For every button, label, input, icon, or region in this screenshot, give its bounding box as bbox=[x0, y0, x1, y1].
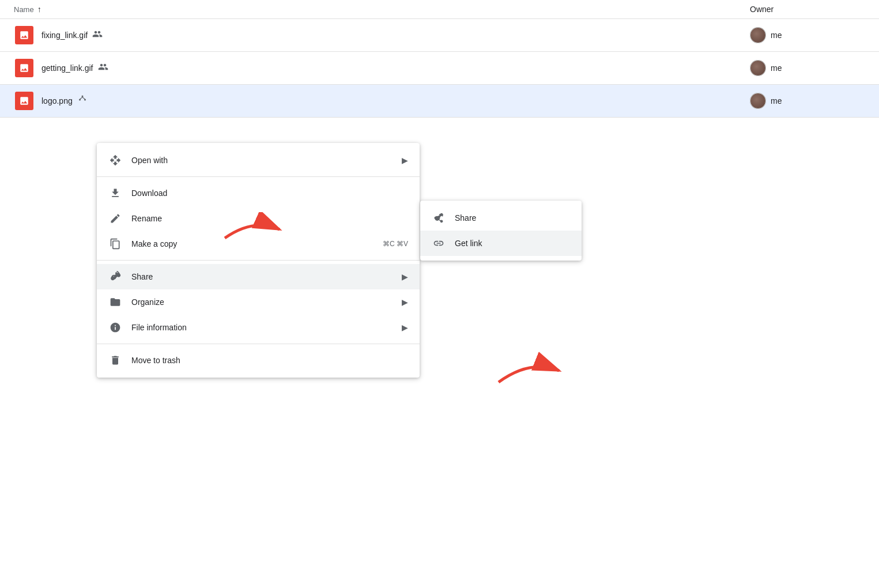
submenu-item-share[interactable]: Share bbox=[420, 205, 582, 231]
menu-item-organize[interactable]: Organize ▶ bbox=[97, 289, 420, 315]
col-name-label: Name bbox=[14, 5, 34, 14]
organize-icon bbox=[108, 295, 122, 309]
owner-getting: me bbox=[750, 60, 865, 76]
divider-3 bbox=[97, 344, 420, 344]
file-row-logo[interactable]: logo.png me bbox=[0, 85, 879, 118]
file-name-logo: logo.png bbox=[42, 96, 73, 105]
menu-label-open-with: Open with bbox=[131, 156, 388, 165]
file-name-area-fixing: fixing_link.gif bbox=[42, 29, 750, 42]
menu-label-trash: Move to trash bbox=[131, 356, 408, 365]
share-icon bbox=[108, 270, 122, 284]
menu-label-make-copy: Make a copy bbox=[131, 239, 374, 248]
page-wrapper: Name ↑ Owner fixing_link.gif me bbox=[0, 0, 879, 588]
owner-logo: me bbox=[750, 93, 865, 109]
col-owner-header: Owner bbox=[750, 5, 865, 14]
red-arrow-get-link bbox=[493, 350, 568, 393]
link-icon bbox=[432, 236, 446, 250]
submenu-arrow-file-info: ▶ bbox=[402, 323, 408, 332]
open-with-icon bbox=[108, 153, 122, 167]
shared-icon-getting bbox=[98, 62, 108, 74]
menu-label-download: Download bbox=[131, 189, 408, 198]
svg-line-3 bbox=[80, 97, 82, 100]
menu-item-share[interactable]: Share ▶ bbox=[97, 264, 420, 289]
img-icon-logo bbox=[15, 92, 33, 110]
file-icon-fixing bbox=[14, 25, 35, 46]
shared-icon-logo bbox=[77, 95, 88, 107]
menu-label-share: Share bbox=[131, 272, 388, 281]
menu-label-organize: Organize bbox=[131, 297, 388, 307]
info-icon bbox=[108, 321, 122, 334]
divider-2 bbox=[97, 260, 420, 261]
file-icon-logo bbox=[14, 91, 35, 111]
avatar-logo bbox=[750, 93, 766, 109]
menu-label-file-info: File information bbox=[131, 323, 388, 332]
file-row-getting[interactable]: getting_link.gif me bbox=[0, 52, 879, 85]
divider-1 bbox=[97, 176, 420, 177]
copy-icon bbox=[108, 237, 122, 251]
menu-item-file-info[interactable]: File information ▶ bbox=[97, 315, 420, 340]
col-name-header[interactable]: Name ↑ bbox=[14, 5, 750, 14]
submenu-label-get-link: Get link bbox=[455, 239, 570, 248]
file-name-fixing: fixing_link.gif bbox=[42, 31, 88, 40]
svg-line-4 bbox=[82, 97, 85, 100]
menu-item-open-with[interactable]: Open with ▶ bbox=[97, 148, 420, 173]
download-icon bbox=[108, 186, 122, 200]
menu-label-rename: Rename bbox=[131, 214, 408, 223]
img-icon-getting bbox=[15, 59, 33, 77]
submenu-arrow-share: ▶ bbox=[402, 272, 408, 281]
svg-point-0 bbox=[81, 96, 83, 97]
file-name-getting: getting_link.gif bbox=[42, 63, 93, 73]
rename-icon bbox=[108, 212, 122, 225]
file-row-fixing[interactable]: fixing_link.gif me bbox=[0, 19, 879, 52]
menu-item-download[interactable]: Download bbox=[97, 180, 420, 206]
submenu-arrow-organize: ▶ bbox=[402, 297, 408, 307]
sort-arrow: ↑ bbox=[37, 5, 42, 14]
trash-icon bbox=[108, 353, 122, 367]
shared-icon-fixing bbox=[92, 29, 103, 42]
menu-item-trash[interactable]: Move to trash bbox=[97, 348, 420, 373]
file-name-area-logo: logo.png bbox=[42, 95, 750, 107]
owner-fixing: me bbox=[750, 27, 865, 43]
submenu-share: Share Get link bbox=[420, 201, 582, 261]
share-sub-icon bbox=[432, 211, 446, 225]
context-menu: Open with ▶ Download Rename Make a copy … bbox=[97, 143, 420, 378]
shortcut-make-copy: ⌘C ⌘V bbox=[383, 240, 408, 248]
avatar-fixing bbox=[750, 27, 766, 43]
img-icon-fixing bbox=[15, 26, 33, 44]
menu-item-make-copy[interactable]: Make a copy ⌘C ⌘V bbox=[97, 231, 420, 257]
file-icon-getting bbox=[14, 58, 35, 78]
avatar-getting bbox=[750, 60, 766, 76]
submenu-label-share: Share bbox=[455, 213, 570, 223]
list-header: Name ↑ Owner bbox=[0, 0, 879, 19]
submenu-item-get-link[interactable]: Get link bbox=[420, 231, 582, 256]
file-name-area-getting: getting_link.gif bbox=[42, 62, 750, 74]
submenu-arrow-open-with: ▶ bbox=[402, 156, 408, 165]
menu-item-rename[interactable]: Rename bbox=[97, 206, 420, 231]
